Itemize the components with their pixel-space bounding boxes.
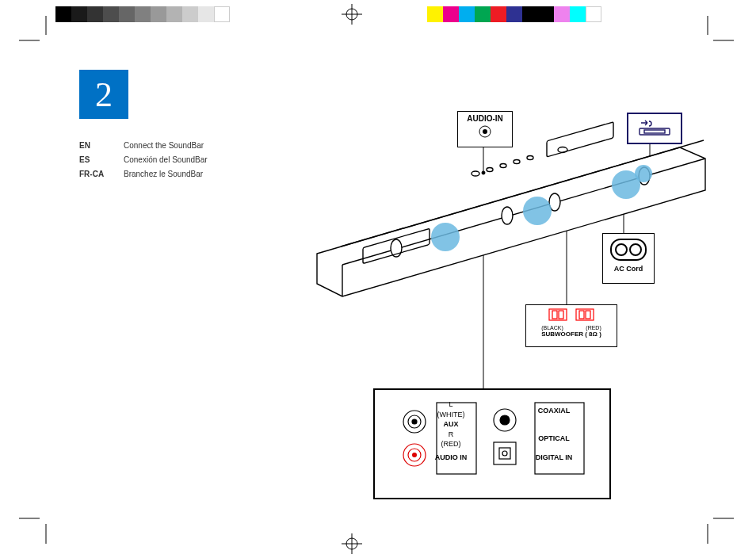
- ac-socket-icon: [609, 236, 648, 263]
- svg-point-15: [482, 171, 485, 174]
- audio-in-callout: AUDIO-IN: [457, 111, 513, 147]
- ac-cord-label: AC Cord: [607, 265, 650, 273]
- svg-rect-69: [499, 448, 510, 459]
- io-panel-callout: L (WHITE) AUX R (RED) AUDIO IN COAXIAL O…: [373, 388, 611, 499]
- svg-rect-54: [552, 311, 557, 319]
- subwoofer-black-label: (BLACK): [541, 325, 563, 331]
- lang-text: Branchez le SoundBar: [124, 167, 203, 182]
- svg-rect-58: [586, 311, 590, 319]
- svg-rect-55: [559, 311, 563, 319]
- lang-code: ES: [79, 153, 124, 167]
- language-list: EN Connect the SoundBar ES Conexión del …: [79, 139, 208, 182]
- step-number: 2: [79, 70, 128, 119]
- lang-row-fr-ca: FR-CA Branchez le SoundBar: [79, 167, 208, 182]
- svg-point-34: [472, 171, 479, 176]
- usb-callout: [627, 113, 682, 144]
- svg-point-0: [346, 9, 357, 20]
- usb-port-icon: [635, 117, 674, 136]
- optical-label: OPTICAL: [530, 434, 578, 444]
- aux-red: (RED): [432, 439, 470, 449]
- svg-point-35: [487, 168, 493, 172]
- svg-point-51: [616, 244, 627, 255]
- svg-rect-41: [547, 122, 613, 157]
- svg-point-31: [502, 207, 513, 224]
- color-swatch: [427, 6, 601, 22]
- svg-point-52: [630, 244, 641, 255]
- lang-row-en: EN Connect the SoundBar: [79, 139, 208, 153]
- svg-rect-57: [579, 311, 584, 319]
- subwoofer-red-label: (RED): [586, 325, 601, 331]
- svg-point-47: [483, 129, 487, 134]
- digital-in-label: DIGITAL IN: [530, 453, 578, 463]
- lang-text: Conexión del SoundBar: [124, 153, 208, 167]
- grayscale-swatch: [55, 6, 230, 22]
- lang-text: Connect the SoundBar: [124, 139, 204, 153]
- svg-point-36: [500, 164, 506, 168]
- svg-point-61: [412, 419, 417, 424]
- svg-point-42: [431, 223, 460, 251]
- aux-audio-in: AUDIO IN: [432, 453, 470, 463]
- svg-point-64: [412, 453, 417, 457]
- coaxial-label: COAXIAL: [530, 406, 578, 416]
- svg-point-70: [502, 451, 507, 456]
- svg-rect-49: [644, 130, 665, 133]
- svg-rect-56: [576, 309, 594, 320]
- svg-point-38: [527, 156, 533, 160]
- svg-point-37: [514, 160, 520, 164]
- binding-posts-icon: [533, 308, 609, 325]
- ac-cord-callout: AC Cord: [602, 233, 655, 284]
- page: 2 EN Connect the SoundBar ES Conexión de…: [0, 0, 756, 558]
- aux-l: L: [432, 399, 470, 410]
- subwoofer-label: SUBWOOFER ( 8Ω ): [530, 331, 613, 338]
- svg-point-45: [635, 165, 652, 182]
- svg-point-43: [523, 197, 552, 225]
- svg-point-67: [500, 415, 510, 425]
- svg-rect-68: [494, 442, 516, 464]
- aux-mid: AUX: [432, 419, 470, 430]
- aux-white: (WHITE): [432, 410, 470, 420]
- lang-row-es: ES Conexión del SoundBar: [79, 153, 208, 167]
- subwoofer-callout: (BLACK) (RED) SUBWOOFER ( 8Ω ): [525, 304, 617, 347]
- soundbar-diagram: AUDIO-IN AC Cord: [309, 79, 713, 507]
- audio-in-label: AUDIO-IN: [462, 114, 508, 123]
- svg-point-3: [346, 538, 357, 549]
- audio-jack-icon: [478, 124, 492, 139]
- aux-r: R: [432, 430, 470, 440]
- lang-code: EN: [79, 139, 124, 153]
- svg-rect-53: [549, 309, 567, 320]
- lang-code: FR-CA: [79, 167, 124, 182]
